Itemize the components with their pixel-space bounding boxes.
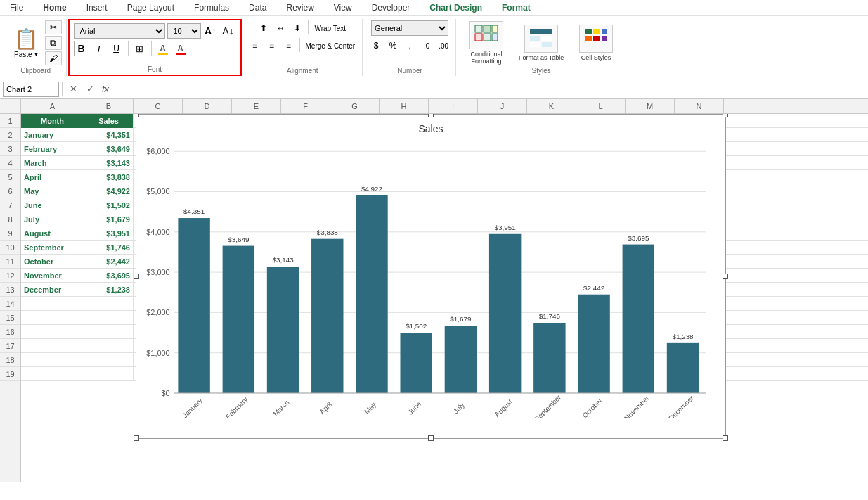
cell-a12[interactable]: November [21,269,84,283]
menu-insert[interactable]: Insert [82,1,112,14]
menu-view[interactable]: View [330,1,356,14]
col-header-n[interactable]: N [675,99,724,113]
menu-page-layout[interactable]: Page Layout [123,1,179,14]
cell-a4[interactable]: March [21,156,84,170]
underline-button[interactable]: U [109,41,124,56]
menu-file[interactable]: File [6,1,27,14]
row-num-5[interactable]: 5 [0,170,20,184]
row-num-14[interactable]: 14 [0,297,20,311]
menu-data[interactable]: Data [245,1,271,14]
paste-button[interactable]: 📋 Paste ▼ [10,26,44,60]
currency-button[interactable]: $ [368,38,384,53]
merge-center-button[interactable]: Merge & Center [303,38,358,53]
cell-a5[interactable]: April [21,170,84,184]
cell-b3[interactable]: $3,649 [84,142,134,156]
col-header-i[interactable]: I [429,99,478,113]
menu-formulas[interactable]: Formulas [190,1,233,14]
row-num-8[interactable]: 8 [0,212,20,226]
row-num-10[interactable]: 10 [0,241,20,255]
chart-handle-tl[interactable] [134,114,139,117]
cell-a7[interactable]: June [21,198,84,212]
number-format-select[interactable]: General [371,20,448,36]
font-shrink-button[interactable]: A↓ [221,23,236,39]
col-header-g[interactable]: G [330,99,380,113]
col-header-b[interactable]: B [84,99,134,113]
cell-a14[interactable] [21,297,84,311]
conditional-formatting-button[interactable]: Conditional Formatting [462,21,511,65]
cell-b4[interactable]: $3,143 [84,156,134,170]
cell-a3[interactable]: February [21,142,84,156]
row-num-3[interactable]: 3 [0,142,20,156]
cancel-formula-button[interactable]: ✕ [65,82,81,97]
copy-button[interactable]: ⧉ [45,36,62,50]
row-num-2[interactable]: 2 [0,128,20,142]
cell-b12[interactable]: $3,695 [84,269,134,283]
font-size-select[interactable]: 10 [167,23,201,39]
cell-a1[interactable]: Month [21,114,84,128]
menu-chart-design[interactable]: Chart Design [425,1,486,14]
cell-a9[interactable]: August [21,226,84,241]
format-painter-button[interactable]: 🖌 [45,51,62,65]
chart-container[interactable]: Sales $6,000 $5,000 $4,000 $3,000 $2,000… [136,114,726,439]
chart-handle-tr[interactable] [723,114,728,117]
align-top-button[interactable]: ⬆ [256,20,271,36]
col-header-f[interactable]: F [281,99,330,113]
confirm-formula-button[interactable]: ✓ [82,82,98,97]
row-num-19[interactable]: 19 [0,367,20,381]
cell-a6[interactable]: May [21,184,84,198]
fill-color-button[interactable]: A [155,41,171,56]
cell-b2[interactable]: $4,351 [84,128,134,142]
cell-b11[interactable]: $2,442 [84,255,134,269]
comma-button[interactable]: , [402,38,417,53]
row-num-15[interactable]: 15 [0,311,20,325]
increase-decimal-button[interactable]: .0 [419,38,434,53]
col-header-c[interactable]: C [134,99,183,113]
paste-dropdown-icon[interactable]: ▼ [34,51,39,58]
row-num-6[interactable]: 6 [0,184,20,198]
col-header-k[interactable]: K [527,99,576,113]
align-right-button[interactable]: ≡ [281,38,297,53]
bold-button[interactable]: B [74,41,89,56]
font-grow-button[interactable]: A↑ [203,23,219,39]
align-bottom-button[interactable]: ⬇ [290,20,305,36]
chart-handle-tc[interactable] [428,114,434,117]
chart-handle-ml[interactable] [134,274,139,279]
cell-a11[interactable]: October [21,255,84,269]
align-left-button[interactable]: ≡ [247,38,263,53]
col-header-m[interactable]: M [626,99,675,113]
italic-button[interactable]: I [91,41,107,56]
borders-button[interactable]: ⊞ [132,41,148,56]
cell-a2[interactable]: January [21,128,84,142]
chart-handle-bc[interactable] [428,435,434,441]
row-num-17[interactable]: 17 [0,339,20,353]
menu-developer[interactable]: Developer [368,1,415,14]
align-center-button[interactable]: ≡ [264,38,280,53]
menu-review[interactable]: Review [282,1,318,14]
percent-button[interactable]: % [385,38,401,53]
row-num-11[interactable]: 11 [0,255,20,269]
cell-a10[interactable]: September [21,241,84,255]
row-num-16[interactable]: 16 [0,325,20,339]
col-header-h[interactable]: H [380,99,429,113]
font-family-select[interactable]: Arial [74,23,165,39]
font-color-button[interactable]: A [173,41,188,56]
row-num-13[interactable]: 13 [0,283,20,297]
name-box[interactable]: Chart 2 [3,82,59,97]
col-header-l[interactable]: L [576,99,626,113]
align-middle-button[interactable]: ↔ [273,20,288,36]
col-header-j[interactable]: J [478,99,527,113]
row-num-9[interactable]: 9 [0,226,20,241]
cell-b1[interactable]: Sales [84,114,134,128]
cell-b10[interactable]: $1,746 [84,241,134,255]
cell-b5[interactable]: $3,838 [84,170,134,184]
col-header-e[interactable]: E [232,99,281,113]
col-header-a[interactable]: A [21,99,84,113]
menu-home[interactable]: Home [39,1,70,14]
cell-a13[interactable]: December [21,283,84,297]
cut-button[interactable]: ✂ [45,20,62,34]
formula-input[interactable] [115,82,865,97]
row-num-4[interactable]: 4 [0,156,20,170]
chart-handle-br[interactable] [723,435,728,441]
row-num-7[interactable]: 7 [0,198,20,212]
cell-b6[interactable]: $4,922 [84,184,134,198]
